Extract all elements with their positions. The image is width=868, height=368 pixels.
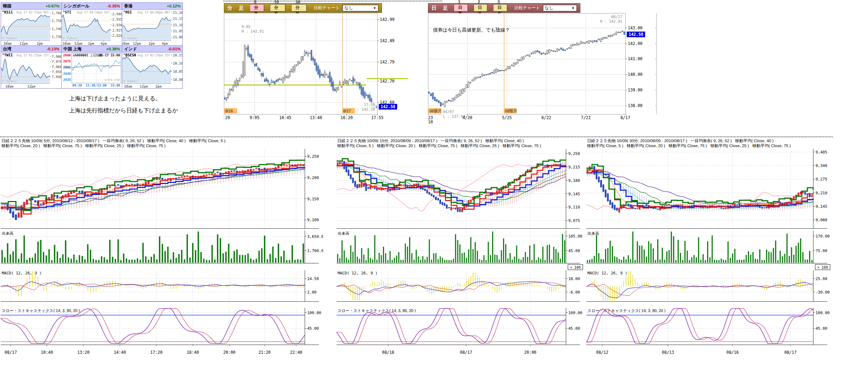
svg-text:10am: 10am bbox=[122, 41, 129, 45]
tech-chart-t2[interactable]: 9,2509,2159,1809,1459,1109,075出来高105.004… bbox=[337, 138, 584, 361]
svg-text:9,405: 9,405 bbox=[816, 150, 827, 155]
svg-text:2pm: 2pm bbox=[88, 41, 94, 45]
svg-text:-6.00: -6.00 bbox=[568, 290, 580, 295]
svg-text:10am: 10am bbox=[62, 41, 71, 45]
svg-text:08/17: 08/17 bbox=[611, 15, 622, 19]
tab-3day[interactable]: 3日足 bbox=[493, 4, 507, 12]
compare-chart-value: なし bbox=[344, 5, 353, 11]
tab-2day[interactable]: 2日足 bbox=[474, 4, 488, 12]
market-change: -0.13% bbox=[47, 47, 60, 51]
svg-text:08/13: 08/13 bbox=[662, 350, 674, 355]
minute-chart-title: 分 足 bbox=[227, 5, 246, 11]
svg-text:17:55: 17:55 bbox=[371, 115, 384, 120]
compare-chart-select-daily[interactable]: なし ▼ bbox=[543, 5, 577, 11]
market-panel-hk: 香港+0.12%21,20021,15021,10021,05021,000^H… bbox=[122, 3, 183, 46]
svg-text:10:40: 10:40 bbox=[41, 350, 53, 355]
svg-text:× 100: × 100 bbox=[570, 266, 581, 269]
svg-text:142.58: 142.58 bbox=[629, 32, 643, 37]
tab-5min[interactable]: 5分足 bbox=[250, 4, 264, 12]
svg-text:7,970: 7,970 bbox=[52, 60, 61, 63]
svg-text:25.00: 25.00 bbox=[816, 277, 827, 281]
tech-chart-title: 日経２２５先物 10/09( 5分, 2010/08/12 - 2010/08/… bbox=[1, 138, 225, 143]
svg-text:21,150: 21,150 bbox=[173, 17, 182, 21]
svg-text:7/21: 7/21 bbox=[581, 115, 591, 120]
minute-candlestick-chart[interactable]: 142.99142.89142.79142.70142.60142.589:05… bbox=[224, 13, 413, 126]
svg-text:2pm: 2pm bbox=[156, 84, 162, 88]
market-sparkline: 26882675266226482635sh000001上证指数08-17 15… bbox=[62, 52, 122, 88]
svg-text:45.00: 45.00 bbox=[568, 249, 580, 253]
market-name: 韓国 bbox=[3, 3, 11, 9]
svg-text:Aug 17 03:29pm IST: Aug 17 03:29pm IST bbox=[137, 54, 170, 57]
svg-text:09:30: 09:30 bbox=[72, 84, 82, 87]
svg-text:2pm: 2pm bbox=[36, 41, 43, 45]
svg-text:14:40: 14:40 bbox=[114, 350, 126, 355]
svg-text:10:45: 10:45 bbox=[279, 115, 292, 120]
svg-text:12pm: 12pm bbox=[133, 41, 141, 45]
note-line-2: 上海は先行指標だから日経も下げ止まるか bbox=[69, 107, 178, 115]
svg-text:© Yahoo!: © Yahoo! bbox=[63, 37, 78, 40]
svg-text:08/17: 08/17 bbox=[784, 350, 797, 355]
compare-chart-select[interactable]: なし ▼ bbox=[342, 5, 378, 11]
tab-1day[interactable]: 1日足 bbox=[454, 4, 468, 12]
svg-text:143.00: 143.00 bbox=[628, 26, 643, 30]
tech-chart-subtitle: 移動平均( Close, 20 ) 移動平均( Close, 75 ) 移動平均… bbox=[1, 143, 165, 148]
svg-text:21,000: 21,000 bbox=[173, 35, 182, 39]
candlestick-plot[interactable]: 142.99142.89142.79142.70142.60142.589:05… bbox=[224, 13, 413, 124]
svg-text:142.79: 142.79 bbox=[380, 60, 395, 65]
svg-text:9,075: 9,075 bbox=[568, 218, 580, 223]
svg-text:04/07: 04/07 bbox=[443, 110, 454, 114]
svg-text:12pm: 12pm bbox=[140, 84, 148, 88]
svg-text:1,760: 1,760 bbox=[52, 11, 61, 15]
svg-text:8/17: 8/17 bbox=[343, 109, 351, 113]
svg-text:出来高: 出来高 bbox=[338, 231, 349, 235]
tab-30min[interactable]: 30分足 bbox=[291, 4, 307, 12]
svg-text:100.00: 100.00 bbox=[307, 311, 321, 315]
svg-text:Aug 17 04:59pm SGT: Aug 17 04:59pm SGT bbox=[77, 11, 109, 14]
market-change: +0.38% bbox=[106, 47, 120, 51]
svg-text:08-17 15:00: 08-17 15:00 bbox=[99, 54, 120, 57]
market-name: 中国 上海 bbox=[63, 46, 81, 52]
svg-text:1,750: 1,750 bbox=[52, 19, 61, 23]
svg-text:9,180: 9,180 bbox=[568, 178, 580, 183]
svg-text:45.00: 45.00 bbox=[307, 326, 319, 331]
svg-text:2662: 2662 bbox=[63, 66, 71, 69]
svg-text:08/16: 08/16 bbox=[726, 350, 739, 355]
market-name: シンガポール bbox=[63, 3, 89, 9]
svg-text:08/17: 08/17 bbox=[460, 350, 472, 355]
svg-text:21,100: 21,100 bbox=[173, 23, 182, 27]
daily-chart-toolbar: 日 足 1日足 2日足 3日足 比較チャート なし ▼ bbox=[428, 3, 580, 13]
svg-text:2pm: 2pm bbox=[148, 41, 154, 45]
svg-text:9:05: 9:05 bbox=[242, 24, 250, 29]
market-change: -0.35% bbox=[107, 4, 120, 8]
svg-text:141.00: 141.00 bbox=[628, 56, 643, 61]
svg-text:100.00: 100.00 bbox=[816, 311, 830, 315]
tech-chart-t3[interactable]: 9,4059,3409,2759,2109,1459,080出来高170.007… bbox=[586, 138, 832, 361]
svg-text:H : 142.91: H : 142.91 bbox=[242, 29, 264, 33]
market-header: 韓国+0.67% bbox=[1, 3, 61, 10]
svg-text:7,950: 7,950 bbox=[52, 70, 61, 74]
svg-text:12pm: 12pm bbox=[19, 41, 28, 45]
svg-text:sh000001: sh000001 bbox=[73, 54, 88, 57]
compare-chart-label: 比較チャート bbox=[314, 5, 340, 11]
svg-text:12pm: 12pm bbox=[27, 84, 35, 88]
svg-text:8/16: 8/16 bbox=[225, 109, 233, 113]
tab-10min[interactable]: 10分足 bbox=[270, 4, 286, 12]
svg-text:4pm: 4pm bbox=[162, 41, 168, 45]
svg-text:9,145: 9,145 bbox=[568, 192, 580, 196]
svg-text:9,275: 9,275 bbox=[816, 177, 827, 182]
svg-text:© Yahoo!: © Yahoo! bbox=[2, 79, 17, 83]
tech-chart-t1[interactable]: 9,2509,2009,1509,100出来高3,650.001,700.00M… bbox=[1, 138, 323, 361]
market-name: 香港 bbox=[124, 3, 133, 9]
svg-text:140.00: 140.00 bbox=[628, 72, 643, 77]
svg-text:出来高: 出来高 bbox=[2, 231, 13, 235]
svg-text:3,650.00: 3,650.00 bbox=[307, 234, 323, 239]
svg-text:75.00: 75.00 bbox=[816, 249, 827, 253]
svg-text:21,200: 21,200 bbox=[173, 11, 182, 15]
svg-text:9:05: 9:05 bbox=[250, 115, 260, 120]
trading-dashboard: 韓国+0.67%1,7601,7501,7401,730^KS11Aug 17 … bbox=[0, 0, 868, 368]
svg-text:09限月: 09限月 bbox=[505, 109, 517, 113]
svg-text:1,740: 1,740 bbox=[52, 27, 61, 31]
svg-text:6/22: 6/22 bbox=[541, 115, 551, 120]
market-header: インド-0.01% bbox=[122, 46, 182, 52]
market-header: シンガポール-0.35% bbox=[62, 3, 122, 10]
